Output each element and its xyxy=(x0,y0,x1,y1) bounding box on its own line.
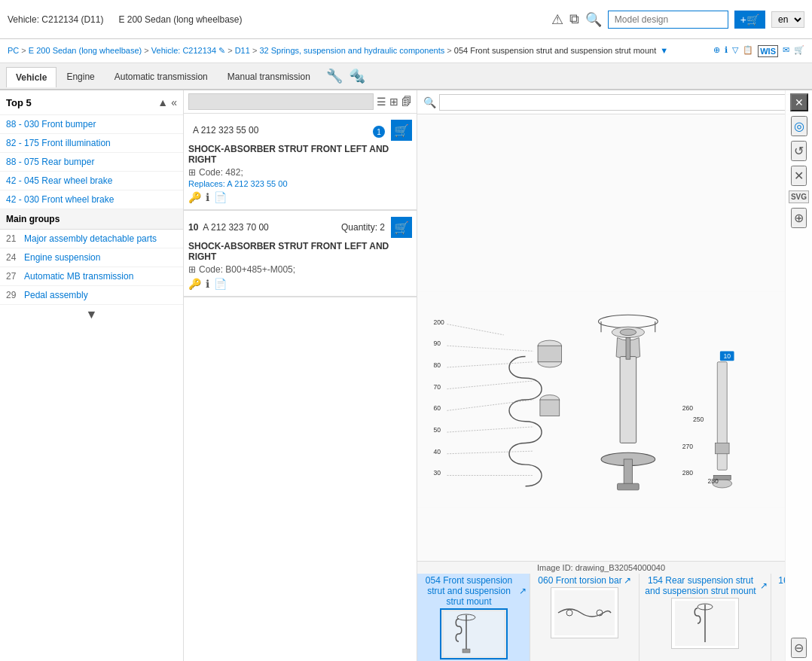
diagram-toolbar: ✕ ◎ ↺ ✕ SVG ⊕ ⊖ xyxy=(785,90,812,661)
language-select[interactable]: en de xyxy=(771,11,804,28)
breadcrumb-32[interactable]: 32 Springs, suspension and hydraulic com… xyxy=(259,46,444,55)
top-bar: Vehicle: C212134 (D11) E 200 Sedan (long… xyxy=(0,0,812,39)
svg-text:200: 200 xyxy=(434,318,445,326)
cart-add-top-button[interactable]: +🛒 xyxy=(734,11,765,29)
svg-text:10: 10 xyxy=(723,352,731,360)
search-icon-top[interactable]: 🔍 xyxy=(585,11,602,28)
part-1-quantity: Quantity: 2 xyxy=(341,222,385,233)
svg-text:30: 30 xyxy=(434,469,441,477)
svg-text:60: 60 xyxy=(434,404,441,412)
svg-text:50: 50 xyxy=(434,426,441,434)
parts-detail-icon[interactable]: 🗐 xyxy=(401,96,412,108)
sidebar-group-21[interactable]: 21 Major assembly detachable parts xyxy=(0,230,183,248)
sidebar-group-29[interactable]: 29 Pedal assembly xyxy=(0,286,183,305)
parts-list-icon[interactable]: ☰ xyxy=(377,96,386,108)
sidebar: Top 5 ▲ « 88 - 030 Front bumper 82 - 175… xyxy=(0,90,184,661)
diagram-area: 🔍 ✕ 200 90 80 70 60 50 40 30 260 250 270 xyxy=(417,90,812,661)
wis-icon[interactable]: WIS xyxy=(758,45,778,57)
copy-icon[interactable]: ⧉ xyxy=(569,11,579,27)
part-0-info-icon[interactable]: ℹ xyxy=(206,191,209,203)
zoom-in-icon[interactable]: ⊕ xyxy=(713,45,720,57)
breadcrumb-vehicle-model[interactable]: E 200 Sedan (long wheelbase) xyxy=(29,46,142,55)
parts-grid-icon[interactable]: ⊞ xyxy=(389,96,398,108)
sidebar-item-rear-wheel-brake[interactable]: 42 - 045 Rear wheel brake xyxy=(0,172,183,190)
svg-rect-43 xyxy=(444,611,504,656)
breadcrumb-pc[interactable]: PC xyxy=(8,46,19,55)
bottom-thumbnails-section: Image ID: drawing_B32054000040 054 Front… xyxy=(417,561,785,661)
diagram-undo-button[interactable]: ↺ xyxy=(791,141,807,161)
part-0-cart-button[interactable]: 🛒 xyxy=(391,120,412,141)
svg-text:70: 70 xyxy=(434,383,441,391)
diagram-svg-button[interactable]: SVG xyxy=(789,190,809,203)
filter-icon[interactable]: ▽ xyxy=(732,45,738,57)
diagram-search-input[interactable] xyxy=(439,94,794,111)
sidebar-item-front-wheel-brake[interactable]: 42 - 030 Front wheel brake xyxy=(0,190,183,209)
model-search-input[interactable] xyxy=(608,11,728,29)
thumb-0-img xyxy=(440,608,508,659)
part-1-doc-icon[interactable]: 📄 xyxy=(214,278,227,290)
tab-engine[interactable]: Engine xyxy=(56,66,104,87)
sidebar-group-27[interactable]: 27 Automatic MB transmission xyxy=(0,267,183,286)
thumb-2-label: 154 Rear suspension strut and suspension… xyxy=(643,575,768,596)
info-icon[interactable]: ℹ xyxy=(725,45,728,57)
part-0-barcode-icon[interactable]: 🔑 xyxy=(188,191,201,203)
tab-icon-engine[interactable]: 🔩 xyxy=(349,68,365,84)
sidebar-group-29-label: Pedal assembly xyxy=(24,290,88,300)
thumb-0-ext-icon: ↗ xyxy=(519,586,527,596)
thumbnail-1[interactable]: 060 Front torsion bar ↗ xyxy=(530,574,640,661)
sidebar-scroll-down[interactable]: ▼ xyxy=(0,305,183,324)
sidebar-item-front-illumination[interactable]: 82 - 175 Front illumination xyxy=(0,134,183,153)
tab-icon-wrench[interactable]: 🔧 xyxy=(326,68,343,84)
mail-icon[interactable]: ✉ xyxy=(783,45,789,57)
diagram-search-icon[interactable]: 🔍 xyxy=(423,96,436,108)
cart-icon[interactable]: 🛒 xyxy=(794,45,804,57)
part-0-actions: 🔑 ℹ 📄 xyxy=(188,191,412,203)
part-1-cart-button[interactable]: 🛒 xyxy=(391,217,412,238)
breadcrumb-dropdown-icon[interactable]: ▼ xyxy=(660,46,668,55)
svg-text:280: 280 xyxy=(707,477,719,485)
diagram-cross-button[interactable]: ✕ xyxy=(791,166,807,186)
svg-rect-28 xyxy=(624,459,632,486)
sidebar-expand-icon[interactable]: « xyxy=(171,96,177,108)
sidebar-group-24-num: 24 xyxy=(6,252,20,263)
diagram-zoom-in-button[interactable]: ⊕ xyxy=(791,208,807,228)
sidebar-group-24[interactable]: 24 Engine suspension xyxy=(0,248,183,267)
warning-icon[interactable]: ⚠ xyxy=(551,11,563,28)
thumbnail-2[interactable]: 154 Rear suspension strut and suspension… xyxy=(640,574,771,661)
sidebar-group-21-label: Major assembly detachable parts xyxy=(24,233,157,244)
tab-manual[interactable]: Manual transmission xyxy=(218,66,320,87)
part-1-code-row: ⊞ Code: B00+485+-M005; xyxy=(188,264,412,275)
tab-vehicle[interactable]: Vehicle xyxy=(6,67,56,87)
diagram-zoom-out-button[interactable]: ⊖ xyxy=(791,638,807,658)
diagram-close-button[interactable]: ✕ xyxy=(790,93,808,111)
thumbnail-3[interactable]: 165 Rear torsion bar ↗ xyxy=(771,574,785,661)
diagram-target-button[interactable]: ◎ xyxy=(791,116,807,136)
thumb-1-svg xyxy=(554,590,615,635)
sidebar-title: Top 5 xyxy=(6,97,32,108)
svg-text:270: 270 xyxy=(682,443,694,450)
sidebar-group-29-num: 29 xyxy=(6,290,20,300)
sidebar-item-front-bumper[interactable]: 88 - 030 Front bumper xyxy=(0,115,183,134)
document-icon[interactable]: 📋 xyxy=(743,45,753,57)
parts-list: ☰ ⊞ 🗐 A 212 323 55 00 🛒 1 SHOCK-ABSORBER… xyxy=(184,90,417,661)
svg-text:40: 40 xyxy=(434,448,441,455)
tab-bar: Vehicle Engine Automatic transmission Ma… xyxy=(0,63,812,90)
svg-text:260: 260 xyxy=(682,404,694,412)
svg-point-19 xyxy=(620,329,636,336)
breadcrumb-d11[interactable]: D11 xyxy=(235,46,250,55)
tab-automatic[interactable]: Automatic transmission xyxy=(105,66,218,87)
sidebar-controls: ▲ « xyxy=(157,96,177,108)
part-1-table-icon: ⊞ xyxy=(188,264,196,275)
part-1-barcode-icon[interactable]: 🔑 xyxy=(188,278,201,290)
breadcrumb-edit-icon[interactable]: ✎ xyxy=(218,46,225,55)
sidebar-item-rear-bumper[interactable]: 88 - 075 Rear bumper xyxy=(0,153,183,172)
image-id: Image ID: drawing_B32054000040 xyxy=(417,562,785,574)
part-0-doc-icon[interactable]: 📄 xyxy=(214,191,227,203)
thumb-2-ext-icon: ↗ xyxy=(760,580,768,591)
sidebar-group-27-label: Automatic MB transmission xyxy=(24,271,133,282)
parts-filter-input[interactable] xyxy=(188,93,374,110)
part-1-info-icon[interactable]: ℹ xyxy=(206,278,209,290)
thumbnail-0[interactable]: 054 Front suspension strut and suspensio… xyxy=(417,574,530,661)
sidebar-collapse-icon[interactable]: ▲ xyxy=(157,96,168,108)
breadcrumb-vehicle-id[interactable]: Vehicle: C212134 xyxy=(151,46,216,55)
